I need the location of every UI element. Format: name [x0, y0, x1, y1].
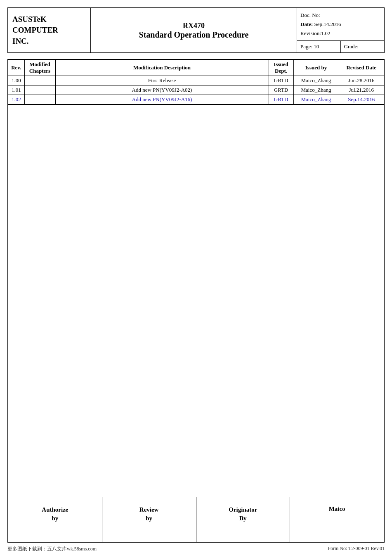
col-rev: Rev.: [8, 59, 24, 76]
header-doc-info: Doc. No: Date: Sep.14.2016 Revision:1.02…: [297, 8, 384, 52]
cell-revised-date: Jul.21.2016: [339, 85, 384, 95]
cell-rev: 1.02: [8, 95, 24, 105]
cell-revised-date: Jun.28.2016: [339, 76, 384, 85]
footer-authorize: Authorize by: [8, 497, 102, 542]
doc-date: Date: Sep.14.2016: [300, 20, 380, 29]
doc-revision: Revision:1.02: [300, 29, 380, 38]
cell-issued-dept: GRTD: [269, 85, 293, 95]
table-header-row: Rev. Modified Chapters Modification Desc…: [8, 59, 384, 76]
bottom-left-text: 更多图纸下载到：五八文库wk.58sms.com: [7, 546, 97, 553]
header-title: RX470 Standard Operation Procedure: [91, 8, 297, 52]
authorize-label: Authorize by: [42, 505, 68, 523]
col-revised-date: Revised Date: [339, 59, 384, 76]
footer-review: Review by: [102, 497, 196, 542]
cell-issued-by: Maico_Zhang: [293, 76, 339, 85]
cell-description: Add new PN(YV09J2-A16): [55, 95, 269, 105]
footer-originator: Originator By: [196, 497, 290, 542]
cell-rev: 1.00: [8, 76, 24, 85]
originator-value: Maico: [329, 505, 345, 512]
company-name: ASUSTeK COMPUTER INC.: [12, 14, 86, 47]
header: ASUSTeK COMPUTER INC. RX470 Standard Ope…: [7, 7, 385, 53]
title-line2: Standard Operation Procedure: [139, 30, 249, 40]
doc-info-upper: Doc. No: Date: Sep.14.2016 Revision:1.02: [297, 8, 384, 41]
doc-page: Page: 10: [297, 41, 341, 52]
cell-issued-by: Maico_Zhang: [293, 85, 339, 95]
cell-modified: [24, 85, 55, 95]
bottom-right-text: Form No: T2-009-01 Rev.01: [328, 546, 385, 553]
cell-rev: 1.01: [8, 85, 24, 95]
cell-issued-dept: GRTD: [269, 95, 293, 105]
doc-page-grade: Page: 10 Grade:: [297, 41, 384, 52]
doc-grade: Grade:: [341, 41, 384, 52]
review-label: Review by: [139, 505, 159, 523]
header-company: ASUSTeK COMPUTER INC.: [8, 8, 91, 52]
col-modified: Modified Chapters: [24, 59, 55, 76]
cell-issued-by: Maico_Zhang: [293, 95, 339, 105]
revision-table: Rev. Modified Chapters Modification Desc…: [7, 59, 385, 105]
cell-issued-dept: GRTD: [269, 76, 293, 85]
cell-description: First Release: [55, 76, 269, 85]
content-area: [7, 105, 385, 497]
col-issued-by: Issued by: [293, 59, 339, 76]
col-issued-dept: Issued Dept.: [269, 59, 293, 76]
cell-modified: [24, 76, 55, 85]
cell-modified: [24, 95, 55, 105]
table-row: 1.01Add new PN(YV09J2-A02)GRTDMaico_Zhan…: [8, 85, 384, 95]
col-description: Modification Description: [55, 59, 269, 76]
originator-label: Originator By: [229, 505, 257, 523]
table-row: 1.02Add new PN(YV09J2-A16)GRTDMaico_Zhan…: [8, 95, 384, 105]
doc-number: Doc. No:: [300, 11, 380, 20]
title-line1: RX470: [183, 21, 205, 30]
bottom-bar: 更多图纸下载到：五八文库wk.58sms.com Form No: T2-009…: [7, 546, 385, 553]
table-row: 1.00First ReleaseGRTDMaico_ZhangJun.28.2…: [8, 76, 384, 85]
cell-revised-date: Sep.14.2016: [339, 95, 384, 105]
footer-originator-value: Maico: [290, 497, 384, 542]
footer: Authorize by Review by Originator By Mai…: [7, 497, 385, 543]
cell-description: Add new PN(YV09J2-A02): [55, 85, 269, 95]
